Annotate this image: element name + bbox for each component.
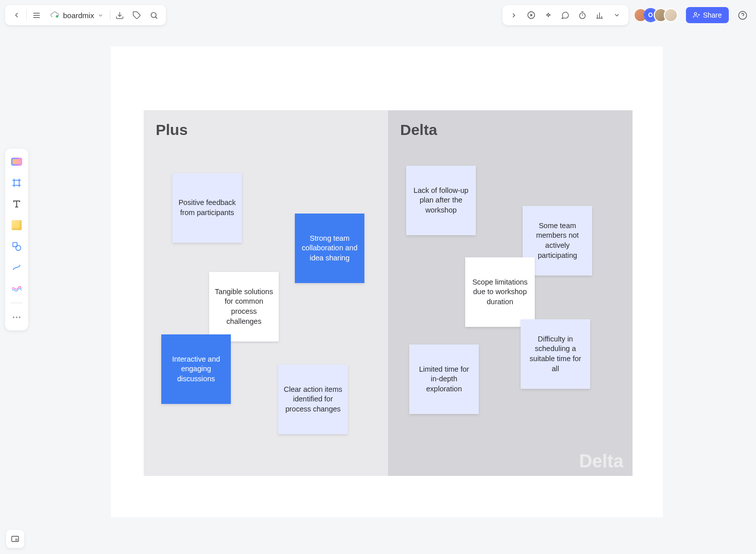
sticky-note[interactable]: Limited time for in-depth exploration	[409, 344, 479, 414]
separator	[11, 303, 23, 303]
top-left-toolbar: boardmix	[5, 5, 166, 25]
avatar-initial: O	[648, 12, 653, 19]
sparkle-button[interactable]	[540, 7, 557, 24]
sticky-note[interactable]: Clear action items identified for proces…	[278, 365, 348, 434]
share-label: Share	[703, 11, 722, 19]
ai-icon	[11, 158, 22, 166]
svg-point-32	[19, 317, 21, 318]
sticky-note[interactable]: Difficulty in scheduling a suitable time…	[521, 319, 590, 389]
sticky-note[interactable]: Lack of follow-up plan after the worksho…	[406, 166, 476, 235]
sticky-text: Tangible solutions for common process ch…	[214, 287, 274, 326]
top-right-toolbar	[502, 5, 628, 25]
present-button[interactable]	[523, 7, 540, 24]
search-button[interactable]	[146, 7, 163, 24]
more-chevron-button[interactable]	[608, 7, 625, 24]
sticky-text: Scope limitations due to workshop durati…	[470, 278, 530, 307]
sticky-text: Lack of follow-up plan after the worksho…	[411, 186, 471, 216]
comment-button[interactable]	[557, 7, 574, 24]
svg-point-3	[56, 15, 58, 18]
sticky-text: Positive feedback from participants	[177, 198, 237, 218]
help-button[interactable]	[734, 7, 751, 24]
share-icon	[693, 12, 700, 19]
share-button[interactable]: Share	[686, 7, 729, 23]
column-title: Plus	[156, 121, 376, 138]
sticky-note[interactable]: Strong team collaboration and idea shari…	[295, 214, 364, 283]
cloud-sync-icon	[50, 12, 60, 19]
canvas[interactable]: Plus Positive feedback from participants…	[111, 46, 663, 517]
separator	[26, 10, 27, 21]
column-watermark: Delta	[579, 451, 623, 472]
column-delta[interactable]: Delta Delta Lack of follow-up plan after…	[388, 110, 633, 476]
shape-tool[interactable]	[8, 237, 26, 255]
sticky-text: Clear action items identified for proces…	[283, 385, 343, 414]
sticky-text: Limited time for in-depth exploration	[414, 365, 474, 394]
plus-delta-board: Plus Positive feedback from participants…	[144, 110, 633, 476]
timer-button[interactable]	[574, 7, 591, 24]
chevron-right-button[interactable]	[506, 7, 523, 24]
collaborator-avatars[interactable]: O	[634, 8, 678, 22]
svg-point-20	[738, 11, 746, 19]
menu-button[interactable]	[28, 7, 45, 24]
back-button[interactable]	[8, 7, 25, 24]
column-title: Delta	[400, 121, 620, 138]
separator	[110, 10, 110, 21]
pen-tool[interactable]	[8, 280, 26, 298]
sticky-note-icon	[12, 220, 22, 230]
left-toolbox	[5, 149, 28, 330]
svg-point-6	[151, 12, 156, 17]
chevron-down-icon	[97, 12, 104, 19]
sticky-text: Difficulty in scheduling a suitable time…	[526, 334, 585, 374]
tag-button[interactable]	[129, 7, 146, 24]
more-tools[interactable]	[8, 308, 26, 326]
column-plus[interactable]: Plus Positive feedback from participants…	[144, 110, 388, 476]
svg-line-7	[156, 17, 157, 18]
svg-rect-34	[15, 538, 18, 541]
sticky-note[interactable]: Tangible solutions for common process ch…	[209, 272, 279, 341]
text-tool[interactable]	[8, 195, 26, 213]
frame-tool[interactable]	[8, 174, 26, 192]
sticky-note-tool[interactable]	[8, 216, 26, 234]
sticky-note[interactable]: Positive feedback from participants	[172, 173, 242, 243]
connector-tool[interactable]	[8, 258, 26, 276]
sticky-text: Strong team collaboration and idea shari…	[300, 234, 359, 263]
svg-point-30	[13, 317, 15, 318]
document-title: boardmix	[63, 11, 94, 20]
svg-marker-9	[530, 14, 533, 17]
sticky-text: Interactive and engaging discussions	[166, 355, 226, 384]
avatar[interactable]	[664, 8, 678, 22]
ai-tool[interactable]	[8, 153, 26, 171]
sticky-text: Some team members not actively participa…	[528, 221, 587, 260]
top-right-area: O Share	[502, 5, 751, 25]
sticky-note[interactable]: Scope limitations due to workshop durati…	[465, 257, 535, 327]
svg-point-17	[694, 13, 697, 15]
document-title-chip[interactable]: boardmix	[45, 7, 109, 24]
chart-button[interactable]	[591, 7, 608, 24]
minimap-button[interactable]	[6, 530, 24, 548]
svg-point-29	[16, 245, 21, 250]
svg-point-31	[16, 317, 18, 318]
sticky-note[interactable]: Interactive and engaging discussions	[161, 334, 231, 404]
download-button[interactable]	[111, 7, 129, 24]
